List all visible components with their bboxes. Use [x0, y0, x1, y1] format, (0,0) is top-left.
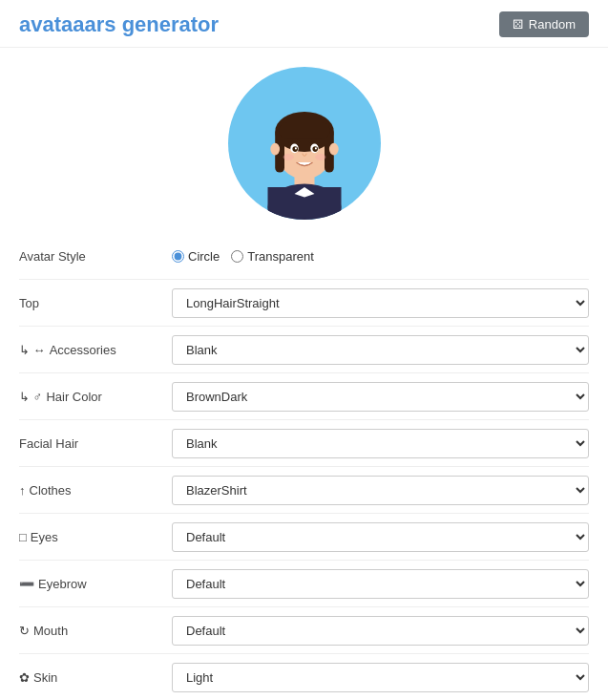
hair-color-row: ↳ ♂ Hair Color Auburn Black Blonde Blond…	[19, 379, 589, 414]
top-row: Top LongHairStraight LongHairBig ShortHa…	[19, 286, 589, 320]
accessories-icon: ↳ ↔	[19, 343, 46, 357]
clothes-label: ↑ Clothes	[19, 483, 172, 498]
avatar-style-transparent[interactable]: Transparent	[231, 249, 314, 264]
hair-color-label: ↳ ♂ Hair Color	[19, 390, 172, 404]
avatar-style-label: Avatar Style	[19, 249, 172, 264]
hair-color-input: Auburn Black Blonde BlondeGolden Brown B…	[172, 382, 589, 412]
facial-hair-input: Blank BeardMedium BeardLight BeardMagest…	[172, 429, 589, 458]
mouth-label: ↻ Mouth	[19, 624, 172, 638]
facial-hair-label: Facial Hair	[19, 436, 172, 451]
svg-point-9	[270, 143, 280, 156]
svg-point-17	[283, 154, 293, 160]
clothes-row: ↑ Clothes BlazerShirt BlazerSweater Coll…	[19, 473, 589, 507]
facial-hair-row: Facial Hair Blank BeardMedium BeardLight…	[19, 426, 589, 460]
hair-color-icon: ↳ ♂	[19, 390, 42, 404]
skin-input: Tanned Yellow Pale Light Brown DarkBrown…	[172, 663, 589, 692]
mouth-row: ↻ Mouth Concerned Default Disbelief Eati…	[19, 613, 589, 647]
avatar-style-circle-radio[interactable]	[172, 250, 184, 263]
skin-select[interactable]: Tanned Yellow Pale Light Brown DarkBrown…	[172, 663, 589, 692]
eyebrow-input: Angry AngryNatural Default DefaultNatura…	[172, 569, 589, 599]
header: avataaars generator ⚄ Random	[0, 0, 608, 48]
svg-point-18	[315, 154, 325, 160]
mouth-select[interactable]: Concerned Default Disbelief Eating Grima…	[172, 616, 589, 646]
eyebrow-row: ➖ Eyebrow Angry AngryNatural Default Def…	[19, 566, 589, 601]
accessories-label: ↳ ↔ Accessories	[19, 343, 172, 357]
facial-hair-select[interactable]: Blank BeardMedium BeardLight BeardMagest…	[172, 429, 589, 458]
accessories-row: ↳ ↔ Accessories Blank Kurt Prescription0…	[19, 332, 589, 367]
top-label: Top	[19, 296, 172, 310]
top-select[interactable]: LongHairStraight LongHairBig ShortHairSh…	[172, 288, 589, 318]
svg-rect-8	[279, 122, 329, 139]
skin-row: ✿ Skin Tanned Yellow Pale Light Brown Da…	[19, 660, 589, 694]
top-input: LongHairStraight LongHairBig ShortHairSh…	[172, 288, 589, 318]
eyes-input: Close Cry Default Dizzy EyeRoll Happy He…	[172, 522, 589, 552]
clothes-select[interactable]: BlazerShirt BlazerSweater CollarSweater …	[172, 476, 589, 505]
clothes-input: BlazerShirt BlazerSweater CollarSweater …	[172, 476, 589, 505]
mouth-input: Concerned Default Disbelief Eating Grima…	[172, 616, 589, 646]
skin-icon: ✿	[19, 670, 30, 685]
svg-point-10	[328, 143, 338, 156]
controls-section: Avatar Style Circle Transparent Top Long…	[0, 235, 608, 700]
avatar-style-transparent-radio[interactable]	[231, 250, 243, 263]
eyebrow-select[interactable]: Angry AngryNatural Default DefaultNatura…	[172, 569, 589, 599]
svg-point-15	[294, 147, 296, 149]
avatar-style-options: Circle Transparent	[172, 249, 589, 264]
clothes-icon: ↑	[19, 483, 26, 498]
avatar-preview	[0, 48, 608, 235]
hair-color-select[interactable]: Auburn Black Blonde BlondeGolden Brown B…	[172, 382, 589, 412]
skin-label: ✿ Skin	[19, 670, 172, 685]
eyes-row: □ Eyes Close Cry Default Dizzy EyeRoll H…	[19, 520, 589, 554]
accessories-select[interactable]: Blank Kurt Prescription01 Prescription02…	[172, 335, 589, 365]
app-title: avataaars generator	[19, 12, 219, 37]
eyes-label: □ Eyes	[19, 530, 172, 544]
avatar-style-circle[interactable]: Circle	[172, 249, 220, 264]
eyes-select[interactable]: Close Cry Default Dizzy EyeRoll Happy He…	[172, 522, 589, 552]
random-button[interactable]: ⚄ Random	[499, 11, 589, 37]
eyebrow-label: ➖ Eyebrow	[19, 577, 172, 591]
random-icon: ⚄	[513, 17, 523, 32]
avatar-style-row: Avatar Style Circle Transparent	[19, 239, 589, 273]
accessories-input: Blank Kurt Prescription01 Prescription02…	[172, 335, 589, 365]
svg-point-16	[314, 147, 316, 149]
avatar-image	[238, 81, 371, 220]
eyebrow-icon: ➖	[19, 577, 34, 591]
avatar-circle	[228, 67, 381, 220]
mouth-icon: ↻	[19, 624, 30, 638]
eyes-icon: □	[19, 530, 27, 544]
